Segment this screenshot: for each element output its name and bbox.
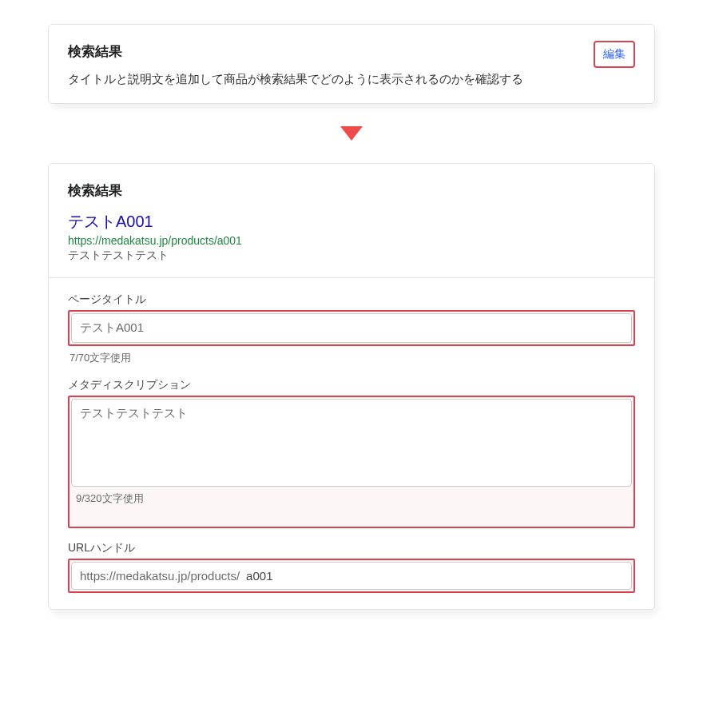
serp-preview: テストA001 https://medakatsu.jp/products/a0… <box>68 211 635 263</box>
url-handle-highlight: https://medakatsu.jp/products/ a001 <box>68 559 635 593</box>
page-title-char-count: 7/70文字使用 <box>70 351 635 365</box>
card-header: 検索結果 編集 <box>68 41 635 72</box>
page-title-input[interactable]: テストA001 <box>71 313 632 343</box>
card-subtitle: タイトルと説明文を追加して商品が検索結果でどのように表示されるのかを確認する <box>68 72 635 87</box>
serp-description: テストテストテスト <box>68 249 635 263</box>
page-title-value: テストA001 <box>80 320 144 336</box>
card-title: 検索結果 <box>68 42 122 61</box>
search-result-collapsed-card: 検索結果 編集 タイトルと説明文を追加して商品が検索結果でどのように表示されるの… <box>48 24 655 104</box>
page-title-highlight: テストA001 <box>68 310 635 346</box>
meta-description-highlight: テストテストテスト 9/320文字使用 <box>68 396 635 528</box>
url-handle-value: a001 <box>246 569 272 583</box>
serp-url: https://medakatsu.jp/products/a001 <box>68 234 635 247</box>
divider <box>49 277 654 278</box>
page-title-label: ページタイトル <box>68 292 635 307</box>
url-handle-input[interactable]: https://medakatsu.jp/products/ a001 <box>71 562 632 590</box>
url-handle-label: URLハンドル <box>68 541 635 555</box>
meta-description-char-count: 9/320文字使用 <box>76 491 632 506</box>
edit-button[interactable]: 編集 <box>594 41 635 68</box>
meta-description-label: メタディスクリプション <box>68 378 635 392</box>
expanded-card-title: 検索結果 <box>68 181 635 200</box>
serp-title: テストA001 <box>68 211 635 233</box>
arrow-down-icon <box>48 126 655 144</box>
meta-description-input[interactable]: テストテストテスト <box>71 399 632 487</box>
url-handle-prefix: https://medakatsu.jp/products/ <box>80 569 240 583</box>
meta-description-value: テストテストテスト <box>80 406 188 420</box>
search-result-expanded-card: 検索結果 テストA001 https://medakatsu.jp/produc… <box>48 163 655 610</box>
